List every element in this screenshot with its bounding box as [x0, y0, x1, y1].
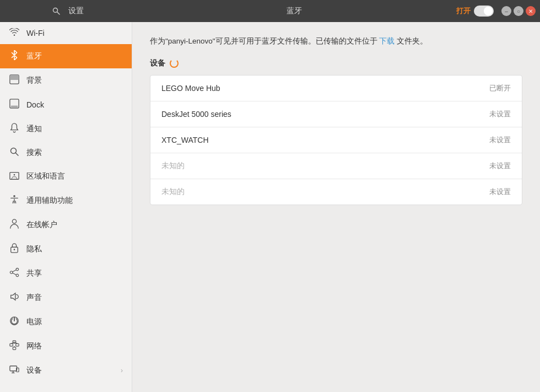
- sidebar-label-accessibility: 通用辅助功能: [26, 196, 73, 206]
- device-status: 已断开: [489, 83, 511, 93]
- sharing-icon: [9, 267, 20, 280]
- svg-point-14: [16, 268, 19, 271]
- notification-icon: [9, 123, 20, 135]
- sidebar-label-bluetooth: 蓝牙: [26, 51, 42, 61]
- device-name: XTC_WATCH: [161, 136, 209, 144]
- sidebar-item-power[interactable]: 电源: [0, 310, 132, 334]
- svg-point-15: [10, 271, 13, 274]
- sidebar-item-background[interactable]: 背景: [0, 68, 132, 93]
- sidebar-item-sharing[interactable]: 共享: [0, 261, 132, 286]
- sidebar-label-dock: Dock: [26, 100, 44, 109]
- settings-title: 设置: [68, 6, 84, 16]
- sidebar-item-bluetooth[interactable]: 蓝牙: [0, 44, 132, 68]
- sidebar-item-accounts[interactable]: 在线帐户: [0, 213, 132, 237]
- devices-section-header: 设备: [150, 58, 522, 68]
- sidebar: Wi-Fi 蓝牙 背景: [0, 22, 132, 392]
- toggle-label: 打开: [456, 6, 471, 16]
- sidebar-label-power: 电源: [26, 317, 42, 327]
- svg-rect-21: [13, 347, 15, 350]
- sidebar-label-sharing: 共享: [26, 269, 42, 278]
- content-area: 作为"panyi-Lenovo"可见并可用于蓝牙文件传输。已传输的文件位于 下载…: [132, 22, 540, 392]
- main-layout: Wi-Fi 蓝牙 背景: [0, 22, 540, 392]
- chevron-right-icon: ›: [121, 367, 123, 374]
- info-paragraph: 作为"panyi-Lenovo"可见并可用于蓝牙文件传输。已传输的文件位于 下载…: [150, 35, 522, 47]
- svg-line-17: [13, 270, 16, 272]
- dock-icon: [9, 99, 20, 111]
- svg-rect-29: [10, 366, 17, 371]
- device-row[interactable]: XTC_WATCH未设置: [150, 127, 522, 153]
- bluetooth-title: 蓝牙: [287, 6, 302, 16]
- sidebar-item-wifi[interactable]: Wi-Fi: [0, 22, 132, 44]
- svg-rect-22: [10, 343, 13, 346]
- sidebar-item-region[interactable]: 区域和语言: [0, 164, 132, 189]
- accounts-icon: [9, 219, 20, 231]
- svg-point-10: [13, 195, 15, 197]
- sidebar-item-devices[interactable]: 设备 ›: [0, 358, 132, 383]
- svg-point-13: [14, 249, 15, 250]
- network-icon: [9, 340, 20, 352]
- bluetooth-toggle[interactable]: [474, 6, 494, 17]
- svg-rect-8: [10, 173, 19, 180]
- svg-rect-5: [11, 106, 18, 108]
- wifi-icon: [9, 28, 20, 38]
- device-table: LEGO Move Hub已断开DeskJet 5000 series未设置XT…: [150, 75, 522, 205]
- sidebar-label-sound: 声音: [26, 293, 42, 303]
- svg-rect-23: [16, 343, 19, 346]
- privacy-icon: [9, 243, 20, 255]
- sidebar-item-network[interactable]: 网络: [0, 334, 132, 358]
- loading-spinner: [170, 59, 179, 68]
- sound-icon: [9, 292, 20, 304]
- device-row[interactable]: DeskJet 5000 series未设置: [150, 101, 522, 127]
- sidebar-label-network: 网络: [26, 341, 42, 351]
- title-bar-center: 蓝牙: [132, 6, 456, 16]
- download-link[interactable]: 下载: [379, 37, 395, 45]
- sidebar-label-notification: 通知: [26, 124, 42, 134]
- devices-icon: [9, 364, 20, 377]
- bluetooth-toggle-container: 打开: [456, 6, 494, 17]
- sidebar-item-dock[interactable]: Dock: [0, 93, 132, 117]
- sidebar-label-privacy: 隐私: [26, 244, 42, 254]
- device-status: 未设置: [489, 109, 511, 119]
- search-icon-btn[interactable]: [48, 3, 64, 19]
- device-status: 未设置: [489, 187, 511, 197]
- svg-line-1: [57, 12, 60, 15]
- sidebar-item-privacy[interactable]: 隐私: [0, 237, 132, 261]
- sidebar-label-accounts: 在线帐户: [26, 220, 57, 230]
- sidebar-item-notification[interactable]: 通知: [0, 117, 132, 141]
- svg-line-18: [13, 273, 16, 275]
- power-icon: [9, 316, 20, 328]
- device-name: 未知的: [161, 187, 185, 197]
- device-status: 未设置: [489, 161, 511, 171]
- maximize-button[interactable]: ○: [514, 6, 523, 16]
- sidebar-label-wifi: Wi-Fi: [26, 29, 45, 37]
- device-row[interactable]: LEGO Move Hub已断开: [150, 76, 522, 101]
- sidebar-item-accessibility[interactable]: 通用辅助功能: [0, 189, 132, 213]
- device-row[interactable]: 未知的未设置: [150, 153, 522, 179]
- svg-rect-3: [10, 75, 19, 80]
- sidebar-item-sound[interactable]: 声音: [0, 286, 132, 310]
- svg-point-9: [14, 174, 15, 176]
- device-name: 未知的: [161, 161, 185, 171]
- device-row[interactable]: 未知的未设置: [150, 179, 522, 205]
- info-text-2: 文件夹。: [397, 37, 428, 45]
- title-bar: 设置 蓝牙 打开 – ○ ✕: [0, 0, 540, 22]
- svg-point-11: [12, 219, 16, 223]
- info-text-1: 作为"panyi-Lenovo"可见并可用于蓝牙文件传输。已传输的文件位于: [150, 37, 377, 45]
- device-name: DeskJet 5000 series: [161, 110, 231, 119]
- svg-point-16: [16, 274, 19, 277]
- device-name: LEGO Move Hub: [161, 84, 220, 93]
- close-button[interactable]: ✕: [526, 6, 536, 16]
- title-bar-left: 设置: [0, 3, 132, 19]
- sidebar-item-search[interactable]: 搜索: [0, 141, 132, 164]
- background-icon: [9, 74, 20, 87]
- svg-line-7: [15, 153, 18, 155]
- accessibility-icon: [9, 195, 20, 207]
- sidebar-label-devices: 设备: [26, 366, 42, 375]
- devices-section-title: 设备: [150, 58, 165, 68]
- sidebar-label-search: 搜索: [26, 148, 42, 158]
- sidebar-label-background: 背景: [26, 76, 42, 85]
- bluetooth-icon: [9, 50, 20, 62]
- search-icon: [9, 147, 20, 158]
- minimize-button[interactable]: –: [501, 6, 511, 16]
- region-icon: [9, 170, 20, 182]
